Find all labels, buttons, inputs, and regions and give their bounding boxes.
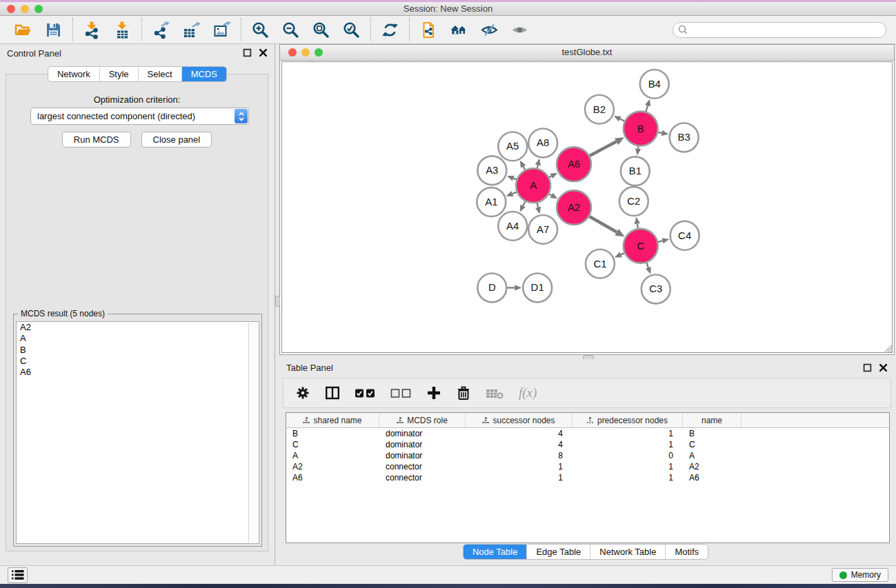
- delete-column-trash-icon[interactable]: [456, 385, 471, 401]
- close-window-button[interactable]: [7, 5, 15, 13]
- hide-edge-details-icon[interactable]: [480, 21, 499, 39]
- control-panel-title: Control Panel: [7, 48, 61, 59]
- minimize-window-button[interactable]: [21, 5, 29, 13]
- zoom-selected-icon[interactable]: [342, 21, 361, 39]
- column-header-mcds-role[interactable]: MCDS role: [379, 413, 466, 427]
- float-panel-icon[interactable]: [243, 48, 252, 57]
- edge-A-A4[interactable]: [523, 201, 525, 205]
- table-row[interactable]: A2connector11A2: [286, 461, 889, 472]
- edge-arrowhead-icon: [646, 267, 651, 274]
- table-row[interactable]: Bdominator41B: [286, 428, 889, 439]
- float-panel-icon[interactable]: [863, 363, 872, 372]
- show-columns-icon[interactable]: [325, 385, 340, 401]
- show-graphic-details-icon[interactable]: [510, 21, 529, 39]
- mcds-result-item[interactable]: A: [17, 333, 259, 344]
- node-label-A1: A1: [485, 196, 497, 207]
- column-header-name[interactable]: name: [683, 413, 741, 427]
- edge-A-A3[interactable]: [513, 179, 517, 180]
- tab-motifs[interactable]: Motifs: [665, 545, 708, 559]
- tab-mcds[interactable]: MCDS: [181, 67, 226, 81]
- node-label-B3: B3: [678, 131, 690, 143]
- tab-edge-table[interactable]: Edge Table: [526, 545, 590, 559]
- run-mcds-button[interactable]: Run MCDS: [62, 132, 131, 148]
- column-header-successor-nodes[interactable]: successor nodes: [466, 413, 573, 427]
- tab-select[interactable]: Select: [138, 67, 181, 81]
- edge-A-A1[interactable]: [512, 192, 517, 194]
- application-window: Session: New Session: [0, 0, 896, 588]
- table-cell: 0: [573, 450, 683, 461]
- network-graph[interactable]: B4B2BB3A5A8A6A3B1AA1A2C2A4A7C4CC1DD1C3: [282, 62, 892, 352]
- table-cell: 1: [466, 472, 573, 483]
- edge-B-B2[interactable]: [620, 119, 625, 121]
- column-header-shared-name[interactable]: shared name: [286, 413, 379, 427]
- export-image-icon[interactable]: [212, 21, 231, 39]
- edge-A-A8[interactable]: [537, 165, 538, 168]
- edge-arrowhead-icon: [662, 238, 670, 243]
- tab-network-table[interactable]: Network Table: [590, 545, 665, 559]
- memory-button[interactable]: Memory: [832, 568, 888, 582]
- delete-table-icon[interactable]: [486, 387, 504, 400]
- open-file-icon[interactable]: [14, 21, 32, 39]
- save-session-icon[interactable]: [44, 21, 63, 39]
- select-stepper[interactable]: [235, 109, 248, 123]
- deselect-all-columns-icon[interactable]: [390, 387, 412, 399]
- edge-A-A7[interactable]: [537, 203, 538, 207]
- edge-arrowhead-icon: [635, 148, 641, 155]
- network-zoom-button[interactable]: [315, 48, 323, 57]
- edge-arrowhead-icon: [535, 207, 541, 214]
- mcds-result-item[interactable]: A2: [17, 322, 259, 333]
- edge-B-B3[interactable]: [658, 132, 661, 133]
- tab-node-table[interactable]: Node Table: [464, 545, 527, 559]
- apply-layout-icon[interactable]: [381, 21, 399, 39]
- tab-network[interactable]: Network: [48, 67, 99, 81]
- create-network-from-selection-icon[interactable]: [419, 21, 438, 39]
- add-column-icon[interactable]: [426, 385, 441, 401]
- column-header-predecessor-nodes[interactable]: predecessor nodes: [573, 413, 683, 427]
- select-all-columns-icon[interactable]: [355, 387, 376, 399]
- edge-A-A5[interactable]: [524, 166, 526, 170]
- export-network-icon[interactable]: [152, 21, 170, 39]
- import-table-icon[interactable]: [113, 21, 132, 39]
- network-canvas[interactable]: B4B2BB3A5A8A6A3B1AA1A2C2A4A7C4CC1DD1C3: [281, 61, 893, 353]
- zoom-out-icon[interactable]: [281, 21, 300, 39]
- table-row[interactable]: A6connector11A6: [286, 472, 889, 483]
- close-panel-icon[interactable]: [879, 363, 888, 372]
- node-label-C3: C3: [649, 283, 662, 294]
- task-history-button[interactable]: [8, 567, 28, 583]
- import-network-icon[interactable]: [83, 21, 101, 39]
- table-cell-filler: [741, 472, 889, 483]
- edge-A6-B[interactable]: [590, 141, 617, 156]
- export-table-icon[interactable]: [182, 21, 201, 39]
- network-close-button[interactable]: [288, 48, 297, 57]
- show-home-panels-icon[interactable]: [450, 21, 468, 39]
- table-row[interactable]: Adominator80A: [286, 450, 889, 461]
- function-builder-icon[interactable]: f(x): [519, 385, 537, 401]
- zoom-in-icon[interactable]: [251, 21, 270, 39]
- network-minimize-button[interactable]: [301, 48, 310, 57]
- resize-grip-icon[interactable]: [883, 343, 893, 353]
- mcds-result-item[interactable]: B: [17, 345, 259, 356]
- close-panel-icon[interactable]: [259, 48, 268, 57]
- table-panel-tabs: Node TableEdge TableNetwork TableMotifs: [463, 544, 708, 560]
- edge-B-B4[interactable]: [646, 105, 648, 112]
- zoom-fit-icon[interactable]: [312, 21, 330, 39]
- vertical-splitter-handle[interactable]: [275, 296, 280, 307]
- edge-C-C1[interactable]: [621, 253, 624, 254]
- table-settings-gear-icon[interactable]: [295, 385, 310, 401]
- network-window-titlebar[interactable]: testGlobe.txt: [280, 45, 894, 61]
- edge-C-C4[interactable]: [658, 241, 663, 242]
- edge-C-C3[interactable]: [646, 263, 648, 267]
- criterion-select[interactable]: largest connected component (directed): [30, 108, 249, 125]
- edge-A-A6[interactable]: [549, 176, 551, 177]
- edge-C-C2[interactable]: [637, 224, 638, 229]
- edge-A2-C[interactable]: [590, 216, 617, 232]
- mcds-result-item[interactable]: C: [17, 356, 259, 367]
- search-input[interactable]: [688, 24, 882, 35]
- close-panel-button[interactable]: Close panel: [141, 132, 212, 148]
- mcds-result-item[interactable]: A6: [17, 367, 259, 378]
- tab-style[interactable]: Style: [99, 67, 138, 81]
- edge-A-A2[interactable]: [549, 194, 552, 195]
- table-row[interactable]: Cdominator41C: [286, 439, 889, 450]
- zoom-window-button[interactable]: [34, 5, 43, 13]
- result-scrollbar[interactable]: [248, 323, 258, 543]
